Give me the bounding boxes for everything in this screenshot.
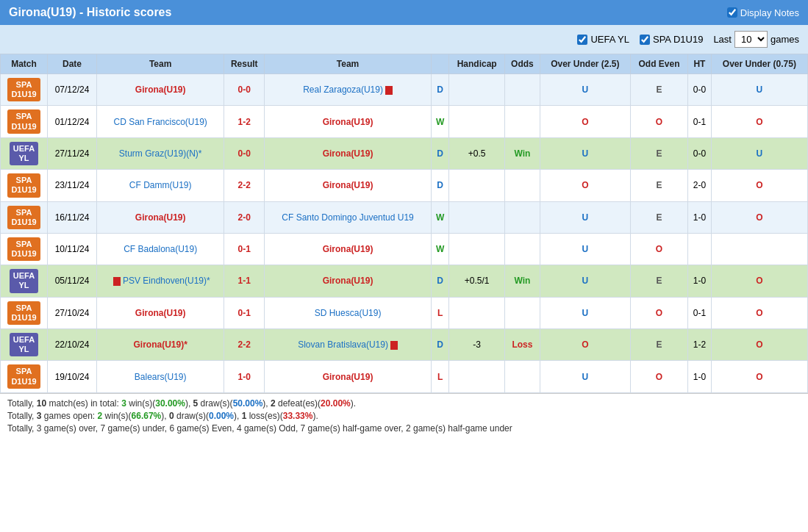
score-value[interactable]: 1-0 [238, 372, 251, 382]
team2-name[interactable]: Girona(U19) [323, 276, 373, 286]
match-score[interactable]: 0-0 [224, 74, 265, 106]
over-under-0-75-value: O [711, 265, 807, 297]
team2-name[interactable]: Girona(U19) [323, 244, 373, 254]
team1-name[interactable]: Girona(U19) [135, 308, 186, 318]
score-value[interactable]: 2-2 [238, 180, 251, 190]
uefa-yl-checkbox[interactable] [577, 35, 587, 45]
match-date: 23/11/24 [48, 170, 97, 201]
spa-d1u19-checkbox[interactable] [640, 35, 650, 45]
over-under-0-75-value [711, 233, 807, 265]
team1-name[interactable]: CF Badalona(U19) [124, 244, 197, 254]
match-score[interactable]: 2-0 [224, 201, 265, 233]
team2-cell: Real Zaragoza(U19) [265, 74, 432, 106]
team1-name[interactable]: Girona(U19) [135, 212, 186, 223]
team1-name[interactable]: Balears(U19) [135, 372, 187, 382]
score-value[interactable]: 1-1 [238, 276, 251, 286]
ou2-indicator: O [756, 212, 762, 223]
col-result: Result [224, 54, 265, 74]
team1-name[interactable]: CF Damm(U19) [129, 180, 192, 190]
display-notes-label[interactable]: Display Notes [727, 7, 799, 18]
score-value[interactable]: 2-0 [238, 212, 251, 223]
match-result: D [431, 170, 448, 201]
ou-indicator: U [582, 212, 589, 223]
score-value[interactable]: 2-2 [238, 339, 251, 350]
team2-cell: Girona(U19) [265, 137, 432, 169]
games-select[interactable]: 5 10 15 20 [734, 31, 768, 48]
match-score[interactable]: 1-2 [224, 106, 265, 137]
match-score[interactable]: 1-1 [224, 265, 265, 297]
table-row: SPA D1U1901/12/24CD San Francisco(U19)1-… [1, 106, 808, 137]
score-value[interactable]: 0-1 [238, 308, 251, 318]
oe-indicator: E [656, 180, 662, 190]
match-result: W [431, 201, 448, 233]
team2-name[interactable]: Girona(U19) [323, 117, 373, 127]
last-label: Last [713, 34, 732, 45]
score-value[interactable]: 0-1 [238, 244, 251, 254]
score-value[interactable]: 1-2 [238, 117, 251, 127]
score-value[interactable]: 0-0 [238, 148, 251, 159]
team1-name[interactable]: CD San Francisco(U19) [113, 117, 207, 127]
ht-score: 0-1 [688, 106, 712, 137]
oe-indicator: E [656, 339, 662, 350]
odds-value: Win [505, 137, 540, 169]
ou-indicator: U [582, 85, 589, 95]
loss-badge: Loss [512, 339, 532, 350]
team2-name[interactable]: Real Zaragoza(U19) [303, 85, 383, 95]
team1-cell: Girona(U19)* [97, 329, 224, 361]
over-under-0-75-value: O [711, 170, 807, 201]
team2-name[interactable]: CF Santo Domingo Juventud U19 [282, 212, 413, 223]
match-result: L [431, 297, 448, 328]
odds-value: Loss [505, 329, 540, 361]
team1-name[interactable]: PSV Eindhoven(U19)* [123, 276, 210, 286]
over-under-0-75-value: O [711, 297, 807, 328]
match-date: 05/11/24 [48, 265, 97, 297]
ou2-indicator: U [757, 148, 763, 159]
match-badge-cell: UEFA YL [1, 265, 48, 297]
team2-name[interactable]: Girona(U19) [323, 180, 373, 190]
col-ht: HT [688, 54, 712, 74]
handicap-value [449, 297, 505, 328]
uefa-yl-label: UEFA YL [590, 34, 629, 45]
scores-table: Match Date Team Result Team Handicap Odd… [0, 54, 808, 393]
ou2-indicator: O [756, 372, 762, 382]
odds-value [505, 106, 540, 137]
draws-pct: 50.00% [233, 398, 263, 409]
match-score[interactable]: 2-2 [224, 170, 265, 201]
ou-indicator: U [582, 148, 589, 159]
odd-even-value: E [630, 201, 687, 233]
team2-cell: CF Santo Domingo Juventud U19 [265, 201, 432, 233]
over-under-2-5-value: O [540, 170, 630, 201]
over-under-0-75-value: O [711, 361, 807, 392]
match-score[interactable]: 0-1 [224, 297, 265, 328]
table-row: UEFA YL27/11/24Sturm Graz(U19)(N)*0-0Gir… [1, 137, 808, 169]
ht-score: 1-0 [688, 361, 712, 392]
oe-indicator: O [656, 244, 662, 254]
team1-cell: PSV Eindhoven(U19)* [97, 265, 224, 297]
over-under-0-75-value: O [711, 106, 807, 137]
handicap-value [449, 233, 505, 265]
match-score[interactable]: 0-0 [224, 137, 265, 169]
col-over-under-0-75: Over Under (0.75) [711, 54, 807, 74]
spa-badge: SPA D1U19 [7, 301, 40, 325]
match-score[interactable]: 0-1 [224, 233, 265, 265]
team2-name[interactable]: Girona(U19) [323, 148, 373, 159]
team1-name[interactable]: Sturm Graz(U19)(N)* [119, 148, 202, 159]
match-score[interactable]: 1-0 [224, 361, 265, 392]
result-value: W [436, 244, 444, 254]
team1-name[interactable]: Girona(U19) [135, 85, 186, 95]
open-losses-pct: 33.33% [283, 411, 313, 421]
team2-name[interactable]: Girona(U19) [323, 372, 373, 382]
ht-score: 0-1 [688, 297, 712, 328]
team2-name[interactable]: SD Huesca(U19) [315, 308, 382, 318]
match-badge-cell: SPA D1U19 [1, 201, 48, 233]
team1-name[interactable]: Girona(U19)* [133, 339, 187, 350]
odds-value [505, 361, 540, 392]
odds-value [505, 74, 540, 106]
match-score[interactable]: 2-2 [224, 329, 265, 361]
team2-name[interactable]: Slovan Bratislava(U19) [298, 339, 388, 350]
display-notes-checkbox[interactable] [727, 7, 737, 18]
footer: Totally, 10 match(es) in total: 3 win(s)… [0, 393, 808, 440]
handicap-value [449, 106, 505, 137]
ht-score [688, 233, 712, 265]
score-value[interactable]: 0-0 [238, 85, 251, 95]
